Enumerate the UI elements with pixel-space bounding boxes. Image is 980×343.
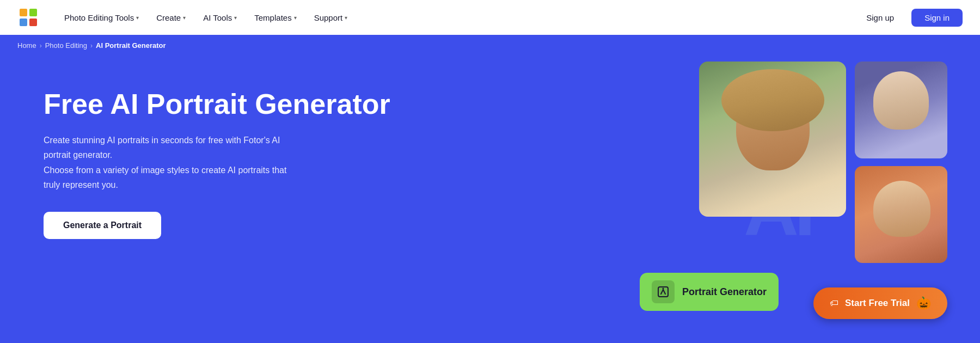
logo[interactable] [17,7,39,28]
hero-images-area [699,62,947,263]
badge-icon [652,280,675,303]
hero-description: Create stunning AI portraits in seconds … [44,133,305,192]
trial-button-emoji: 🎃 [916,296,931,310]
portrait-icon [657,285,670,298]
breadcrumb-home[interactable]: Home [17,41,36,50]
hero-images-column [855,62,947,263]
nav-items: Photo Editing Tools ▾ Create ▾ AI Tools … [57,9,851,27]
trial-button-label: Start Free Trial [845,298,910,309]
svg-rect-2 [29,9,37,16]
chevron-down-icon: ▾ [345,15,347,21]
fotor-logo-icon [17,7,39,28]
tag-icon: 🏷 [830,298,838,308]
svg-rect-3 [20,19,27,26]
breadcrumb-separator: › [40,42,42,50]
chevron-down-icon: ▾ [234,15,237,21]
chevron-down-icon: ▾ [294,15,297,21]
chevron-down-icon: ▾ [136,15,139,21]
nav-create[interactable]: Create ▾ [149,9,193,27]
navbar: Photo Editing Tools ▾ Create ▾ AI Tools … [0,0,980,35]
hero-image-top-right [855,62,947,158]
svg-rect-4 [29,19,37,26]
hero-image-main [699,62,846,217]
breadcrumb-current: AI Portrait Generator [96,41,166,50]
hero-text-area: Free AI Portrait Generator Create stunni… [44,78,457,239]
signin-button[interactable]: Sign in [911,9,963,27]
chevron-down-icon: ▾ [183,15,186,21]
breadcrumb-separator-2: › [90,42,93,50]
generate-portrait-button[interactable]: Generate a Portrait [44,212,161,239]
hero-image-bottom-right [855,166,947,263]
nav-photo-editing-tools[interactable]: Photo Editing Tools ▾ [57,9,146,27]
nav-support[interactable]: Support ▾ [307,9,356,27]
svg-rect-1 [20,9,27,16]
start-free-trial-button[interactable]: 🏷 Start Free Trial 🎃 [813,287,947,319]
svg-point-6 [662,288,664,290]
badge-label: Portrait Generator [682,286,767,298]
nav-auth-area: Sign up Sign in [855,9,963,27]
nav-templates[interactable]: Templates ▾ [247,9,304,27]
signup-button[interactable]: Sign up [855,9,905,27]
breadcrumb-photo-editing[interactable]: Photo Editing [45,41,87,50]
nav-ai-tools[interactable]: AI Tools ▾ [195,9,244,27]
breadcrumb: Home › Photo Editing › AI Portrait Gener… [0,35,980,56]
hero-title: Free AI Portrait Generator [44,89,457,120]
portrait-generator-badge[interactable]: Portrait Generator [640,273,779,311]
